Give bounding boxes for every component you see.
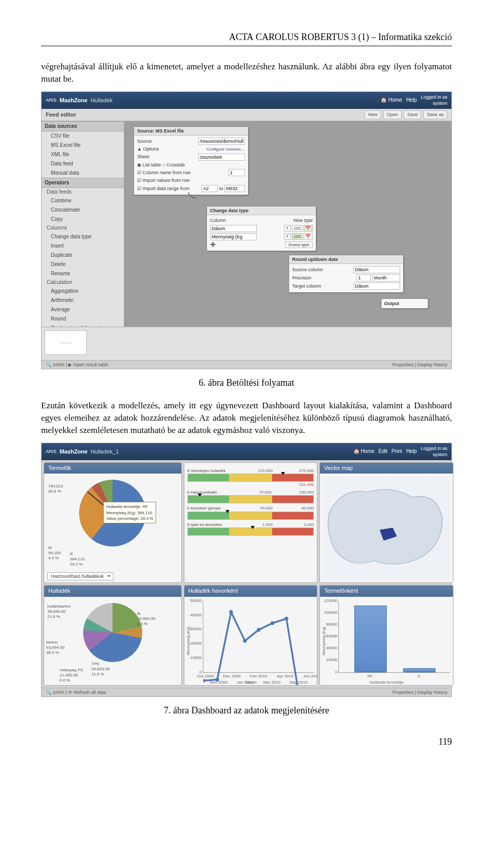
open-button[interactable]: Open xyxy=(383,110,402,119)
sidebar-item[interactable]: Round xyxy=(42,314,124,324)
sidebar-sub: Columns xyxy=(42,224,124,232)
zoom-value[interactable]: 100% xyxy=(53,690,65,695)
x-axis-label: Hulladék termelője xyxy=(369,680,403,685)
sidebar-item[interactable]: Duplicate xyxy=(42,251,124,260)
figure-caption-2: 7. ábra Dashboard az adatok megjelenítés… xyxy=(41,704,452,717)
radio-crosstab[interactable]: Crosstab xyxy=(166,162,185,167)
figure-caption-1: 6. ábra Betöltési folyamat xyxy=(41,376,452,389)
app-name: MashZone xyxy=(60,448,87,456)
line-chart[interactable]: 50000 40000 30000 20000 10000 0 Oct 2009… xyxy=(203,601,314,673)
flow-canvas[interactable]: Source: MS Excel file Source ▲ OptionsCo… xyxy=(124,121,451,327)
precision-unit[interactable] xyxy=(372,274,400,281)
type-btn[interactable]: 📅 xyxy=(304,225,313,232)
sidebar-item[interactable]: Copy xyxy=(42,215,124,224)
login-status: Logged in as system xyxy=(421,94,447,107)
node-output[interactable]: Output xyxy=(381,298,428,309)
range-a-input[interactable] xyxy=(201,185,218,192)
panel-gauges: 0 Veszélyes hulladék 135,000 270,000 101… xyxy=(184,462,318,583)
subtitlebar: Feed editor New Open Save Save as xyxy=(42,109,451,121)
edit-link[interactable]: Edit xyxy=(378,448,387,455)
gauge[interactable] xyxy=(187,512,314,520)
statusbar: 🔍 100% | ▶ Open result table Properties … xyxy=(42,360,451,369)
history-link[interactable]: Display history xyxy=(417,690,447,695)
open-result-link[interactable]: Open result table xyxy=(73,362,108,367)
source-path-input[interactable] xyxy=(198,138,245,145)
type-btn[interactable]: T xyxy=(284,225,291,232)
node-round-date[interactable]: Round up/down date Source column Precisi… xyxy=(289,255,404,293)
sidebar-item[interactable]: Change data type xyxy=(42,232,124,241)
svg-point-6 xyxy=(285,617,288,620)
sidebar-item[interactable]: Delete xyxy=(42,260,124,269)
home-icon[interactable]: 🏠 Home xyxy=(381,97,402,104)
pie-chart[interactable] xyxy=(83,603,142,662)
panel-havonkent: Hulladék havonként Mennyiség (Kg) 50000 … xyxy=(184,585,318,685)
sidebar-item[interactable]: Manual data xyxy=(42,168,124,178)
node-change-type[interactable]: Change data type ColumnNew type T123📅 T1… xyxy=(206,206,316,251)
guess-type-button[interactable]: Guess type xyxy=(285,241,313,248)
sidebar-item[interactable]: MS Excel file xyxy=(42,141,124,150)
radio-list-table[interactable]: List table xyxy=(143,162,161,167)
type-btn[interactable]: 123 xyxy=(292,225,302,232)
range-b-input[interactable] xyxy=(224,185,245,192)
configure-columns-link[interactable]: Configure columns… xyxy=(206,146,245,152)
app-titlebar: ARIS MashZone Hulladek_1 🏠 Home Edit Pri… xyxy=(42,443,451,460)
tgt-col-input[interactable] xyxy=(353,282,400,290)
subtitle-label: Feed editor xyxy=(46,111,76,119)
col2-input[interactable] xyxy=(210,233,257,240)
help-link[interactable]: Help xyxy=(406,448,417,455)
sidebar-item[interactable]: XML file xyxy=(42,150,124,159)
bar xyxy=(403,668,435,672)
type-btn[interactable]: 123 xyxy=(292,233,302,240)
sidebar-item[interactable]: Arithmetic xyxy=(42,296,124,305)
save-button[interactable]: Save xyxy=(404,110,422,119)
sidebar-item[interactable]: Average xyxy=(42,305,124,314)
precision-input[interactable] xyxy=(356,274,371,281)
refresh-link[interactable]: Refresh all data xyxy=(73,690,106,695)
sidebar-item[interactable]: Goal accomplishment xyxy=(42,324,124,327)
type-btn[interactable]: T xyxy=(284,233,291,240)
type-btn[interactable]: 📅 xyxy=(304,233,313,240)
svg-point-5 xyxy=(271,621,274,625)
svg-point-4 xyxy=(257,628,260,631)
sidebar-item[interactable]: Insert xyxy=(42,241,124,251)
sidebar-item[interactable]: CSV file xyxy=(42,131,124,141)
gauge-value: 101,442 xyxy=(187,482,314,487)
panel-hulladek: Hulladék hullámkarton 38,098.00 21.8 % f… xyxy=(44,585,182,685)
print-link[interactable]: Print xyxy=(391,448,402,455)
help-link[interactable]: Help xyxy=(406,97,417,104)
sidebar-item[interactable]: Combine xyxy=(42,196,124,205)
sidebar-item[interactable]: Aggregation xyxy=(42,287,124,296)
minimap[interactable]: ▭▭▭ xyxy=(45,330,87,355)
colnames-row-input[interactable] xyxy=(229,169,245,176)
gauge[interactable] xyxy=(187,495,314,503)
europe-map[interactable] xyxy=(323,477,450,579)
col1-input[interactable] xyxy=(210,225,257,232)
sidebar-item[interactable]: Rename xyxy=(42,269,124,278)
node-title: Change data type xyxy=(207,206,316,216)
sidebar-item[interactable]: Data feed xyxy=(42,159,124,168)
zoom-value[interactable]: 100% xyxy=(53,362,65,367)
pie-label: műanyag PS 11,480.00 6.6 % xyxy=(60,668,83,683)
home-icon[interactable]: 🏠 Home xyxy=(353,448,374,455)
src-col-input[interactable] xyxy=(353,266,400,273)
sheet-input[interactable] xyxy=(198,154,245,161)
brand-label: ARIS xyxy=(46,448,56,455)
save-as-button[interactable]: Save as xyxy=(423,110,447,119)
gauge[interactable] xyxy=(187,527,314,536)
svg-point-1 xyxy=(215,677,219,681)
paragraph-1: végrehajtásával állítjuk elő a kimenetet… xyxy=(41,61,452,85)
panel-termelok: Termelők 784,012 60.8 % M 56,165 4.4 % R… xyxy=(44,462,182,583)
pie-label: R 364,110 28.3 % xyxy=(70,552,85,567)
history-link[interactable]: Display history xyxy=(417,362,447,367)
bar-chart[interactable]: 120000 100000 80000 60000 40000 20000 0 … xyxy=(338,601,450,673)
running-head: ACTA CAROLUS ROBERTUS 3 (1) – Informatik… xyxy=(41,31,452,44)
new-button[interactable]: New xyxy=(365,110,381,119)
dropdown-hasznosithato[interactable]: Hasznosítható hulladékok xyxy=(47,572,113,581)
properties-link[interactable]: Properties xyxy=(392,362,413,367)
pie-label: hullámkarton 38,098.00 21.8 % xyxy=(47,604,71,619)
node-source[interactable]: Source: MS Excel file Source ▲ OptionsCo… xyxy=(134,126,249,195)
x-axis-label: Dátum xyxy=(244,680,257,685)
gauge[interactable] xyxy=(187,474,314,482)
properties-link[interactable]: Properties xyxy=(392,690,413,695)
sidebar-item[interactable]: Concatenate xyxy=(42,205,124,215)
